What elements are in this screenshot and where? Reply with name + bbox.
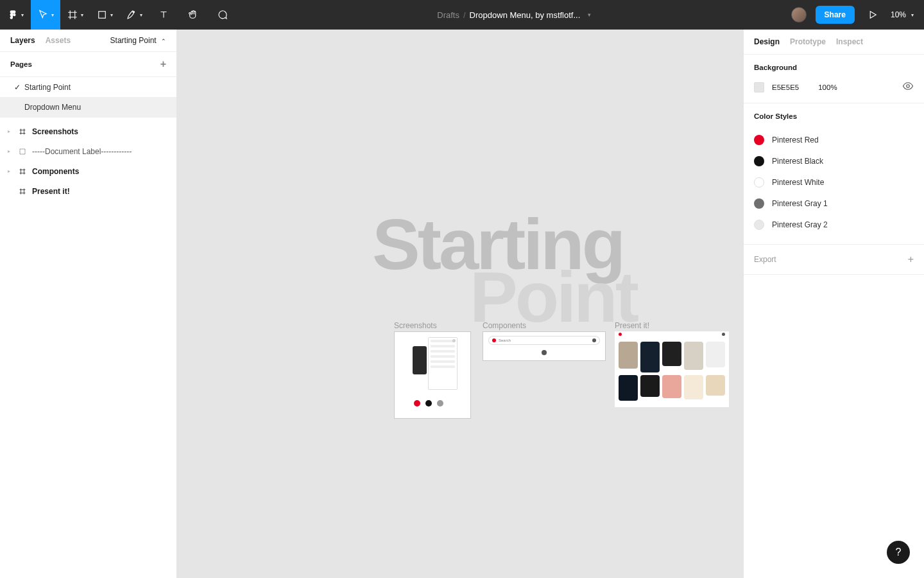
avatar-icon xyxy=(722,333,725,336)
zoom-selector[interactable]: 10% ▾ xyxy=(891,10,914,19)
thumbnail xyxy=(413,346,427,374)
color-swatches xyxy=(414,400,443,407)
share-button[interactable]: Share xyxy=(816,6,855,24)
frame-header-thumbnail xyxy=(615,331,729,337)
pen-tool-button[interactable]: ▾ xyxy=(119,0,149,30)
shape-tool-button[interactable]: ▾ xyxy=(90,0,119,30)
svg-point-1 xyxy=(133,11,134,12)
color-dot xyxy=(754,220,764,230)
frame-label-components[interactable]: Components xyxy=(483,321,526,330)
color-opacity[interactable]: 100% xyxy=(818,83,837,91)
color-hex[interactable]: E5E5E5 xyxy=(772,83,799,91)
document-path[interactable]: Drafts / Dropdown Menu, by mstflotf... ▾ xyxy=(237,10,791,20)
chevron-down-icon[interactable]: ▾ xyxy=(588,12,591,18)
add-export-button[interactable]: + xyxy=(908,254,914,265)
main-area: Layers Assets Starting Point ⌃ Pages + ✓… xyxy=(0,30,924,578)
pinterest-logo-icon xyxy=(619,333,622,336)
main-menu-button[interactable]: ▾ xyxy=(0,0,31,30)
frame-label-screenshots[interactable]: Screenshots xyxy=(394,321,437,330)
left-panel: Layers Assets Starting Point ⌃ Pages + ✓… xyxy=(0,30,177,578)
color-style-name: Pinterest White xyxy=(772,178,824,187)
grid-icon xyxy=(18,187,27,196)
color-dot xyxy=(754,177,764,188)
color-style-pinterest-black[interactable]: Pinterest Black xyxy=(754,150,914,171)
present-button[interactable] xyxy=(864,6,882,24)
tab-assets[interactable]: Assets xyxy=(46,36,71,45)
chevron-down-icon: ▾ xyxy=(51,12,54,18)
layer-row-document-label[interactable]: ▸ -----Document Label------------ xyxy=(0,141,176,161)
search-bar-thumbnail: Search xyxy=(488,336,600,345)
color-swatch[interactable] xyxy=(754,82,764,92)
frame-content: Search xyxy=(483,332,605,360)
background-row[interactable]: E5E5E5 100% xyxy=(754,80,914,94)
page-label: Starting Point xyxy=(23,83,71,92)
frame-content xyxy=(395,332,470,418)
frame-tool-button[interactable]: ▾ xyxy=(60,0,90,30)
help-button[interactable]: ? xyxy=(887,541,910,564)
layer-row-components[interactable]: ▸ Components xyxy=(0,161,176,181)
chevron-down-icon: ▾ xyxy=(110,12,113,18)
frame-icon xyxy=(18,127,27,136)
tab-design[interactable]: Design xyxy=(754,37,780,46)
page-selector[interactable]: Starting Point ⌃ xyxy=(110,36,166,45)
user-avatar[interactable] xyxy=(791,7,807,22)
left-panel-tabs: Layers Assets Starting Point ⌃ xyxy=(0,30,176,52)
export-section[interactable]: Export + xyxy=(744,245,924,275)
right-panel: Design Prototype Inspect Background E5E5… xyxy=(743,30,924,578)
color-style-name: Pinterest Gray 1 xyxy=(772,199,828,208)
group-icon xyxy=(18,147,27,156)
layer-row-screenshots[interactable]: ▸ Screenshots xyxy=(0,121,176,141)
move-tool-button[interactable]: ▾ xyxy=(31,0,60,30)
visibility-toggle[interactable] xyxy=(902,80,914,94)
pages-header-label: Pages xyxy=(10,60,32,68)
color-style-pinterest-red[interactable]: Pinterest Red xyxy=(754,129,914,150)
pages-header: Pages + xyxy=(0,52,176,77)
search-placeholder: Search xyxy=(499,338,590,342)
add-page-button[interactable]: + xyxy=(160,58,166,70)
toolbar-right: Share 10% ▾ xyxy=(791,6,924,24)
tab-layers[interactable]: Layers xyxy=(10,36,35,45)
color-styles-section: Color Styles Pinterest Red Pinterest Bla… xyxy=(744,103,924,245)
color-style-pinterest-gray-1[interactable]: Pinterest Gray 1 xyxy=(754,193,914,214)
frame-screenshots[interactable] xyxy=(394,331,471,419)
color-dot xyxy=(754,198,764,209)
layer-name: Components xyxy=(32,167,79,176)
tab-prototype[interactable]: Prototype xyxy=(790,37,826,46)
frame-label-present[interactable]: Present it! xyxy=(615,321,649,330)
chevron-down-icon: ▾ xyxy=(21,12,24,18)
color-style-pinterest-white[interactable]: Pinterest White xyxy=(754,171,914,193)
layer-name: -----Document Label------------ xyxy=(32,147,132,156)
export-label: Export xyxy=(754,255,776,264)
frame-present-it[interactable] xyxy=(615,331,729,407)
layer-row-present-it[interactable]: Present it! xyxy=(0,181,176,201)
tab-inspect[interactable]: Inspect xyxy=(836,37,863,46)
hand-tool-button[interactable] xyxy=(178,0,208,30)
chevron-down-icon: ▾ xyxy=(81,12,83,18)
right-panel-tabs: Design Prototype Inspect xyxy=(744,30,924,55)
text-icon xyxy=(158,9,169,21)
layer-name: Present it! xyxy=(32,187,70,196)
play-icon xyxy=(867,9,878,21)
comment-icon xyxy=(217,9,228,21)
chevron-down-icon: ▾ xyxy=(911,12,914,18)
file-name[interactable]: Dropdown Menu, by mstflotf... xyxy=(470,10,581,20)
color-style-name: Pinterest Red xyxy=(772,136,819,144)
zoom-value: 10% xyxy=(891,10,906,19)
svg-rect-2 xyxy=(20,149,25,154)
hand-icon xyxy=(187,9,199,21)
cursor-icon xyxy=(37,9,49,21)
page-row-starting-point[interactable]: ✓ Starting Point xyxy=(0,77,176,97)
color-style-pinterest-gray-2[interactable]: Pinterest Gray 2 xyxy=(754,214,914,235)
text-tool-button[interactable] xyxy=(149,0,178,30)
pinterest-logo-icon xyxy=(492,338,496,342)
section-header: Color Styles xyxy=(754,112,914,120)
comment-tool-button[interactable] xyxy=(208,0,237,30)
figma-logo-icon xyxy=(7,9,19,21)
page-row-dropdown-menu[interactable]: Dropdown Menu xyxy=(0,97,176,117)
canvas[interactable]: Starting Point Screenshots Components xyxy=(177,30,743,578)
background-section: Background E5E5E5 100% xyxy=(744,55,924,103)
folder-name[interactable]: Drafts xyxy=(437,10,459,20)
top-toolbar: ▾ ▾ ▾ ▾ ▾ Drafts / Dropdown Menu, by mst… xyxy=(0,0,924,30)
frame-components[interactable]: Search xyxy=(483,331,606,361)
frame-icon xyxy=(67,9,78,21)
